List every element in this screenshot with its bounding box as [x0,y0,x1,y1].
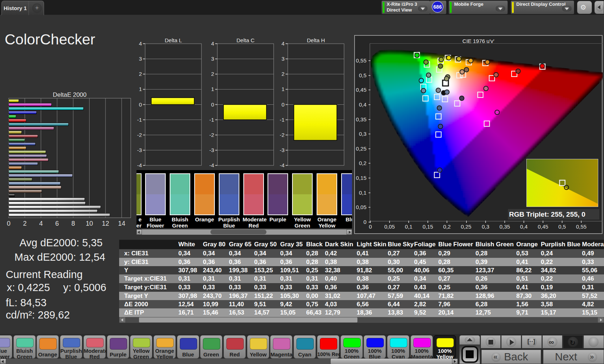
svg-text:4: 4 [211,40,214,47]
svg-text:-3: -3 [280,147,284,153]
svg-text:-1: -1 [137,117,142,123]
svg-text:-1: -1 [209,117,214,123]
svg-text:1: 1 [282,86,284,92]
svg-text:4: 4 [282,40,284,47]
svg-text:8: 8 [71,220,75,227]
svg-text:0: 0 [211,101,214,108]
svg-text:-4: -4 [137,162,142,168]
svg-text:2: 2 [23,220,27,227]
svg-text:-2: -2 [209,132,214,138]
svg-text:-3: -3 [209,147,214,153]
svg-text:-2: -2 [137,132,142,138]
svg-text:2: 2 [211,71,214,77]
svg-text:12: 12 [102,220,109,227]
svg-text:-1: -1 [280,117,284,123]
svg-text:0: 0 [7,220,10,227]
svg-text:-4: -4 [209,162,214,168]
svg-text:14: 14 [118,220,125,227]
svg-text:3: 3 [282,56,284,62]
svg-text:0: 0 [282,101,284,108]
svg-text:2: 2 [139,71,142,77]
svg-text:4: 4 [39,220,43,227]
svg-text:4: 4 [139,40,142,47]
svg-text:6: 6 [55,220,59,227]
svg-text:Delta H: Delta H [307,37,325,43]
svg-text:10: 10 [86,220,93,227]
svg-text:3: 3 [211,56,214,62]
svg-text:-4: -4 [280,162,284,168]
svg-text:-3: -3 [137,147,142,153]
svg-text:0: 0 [139,101,142,108]
svg-text:1: 1 [211,86,214,92]
svg-text:3: 3 [139,56,142,62]
svg-text:-2: -2 [280,132,284,138]
svg-text:DeltaE 2000: DeltaE 2000 [53,91,87,98]
svg-text:1: 1 [139,86,142,92]
svg-text:Delta L: Delta L [165,37,182,43]
svg-text:2: 2 [282,71,284,77]
svg-text:Delta C: Delta C [236,37,255,43]
